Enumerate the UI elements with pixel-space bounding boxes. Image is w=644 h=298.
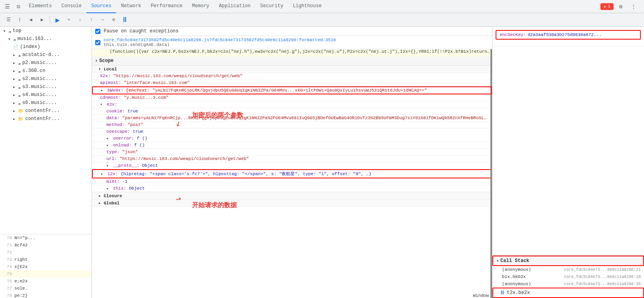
debug-toolbar: ☰ ⟩ ◀ ▶ ▶ ↷ ↓ ↑ → ⊘ ⏸ xyxy=(0,13,644,27)
call-stack-item-anonymous1[interactable]: (anonymous) core_fdc5c84e73...0e6c11a829… xyxy=(492,266,644,273)
scope-mi6t: mi6t: -1 xyxy=(92,178,492,185)
step-button[interactable]: → xyxy=(97,15,108,25)
scope-e2x-data: data: "params=yALNi7FqKnRCjp...RK%2FQgvj… xyxy=(92,115,492,122)
code-view[interactable]: (function(){var c2x=NEJ.P,bs2x=NEJ.F,bk2… xyxy=(92,49,492,298)
settings-icon[interactable]: ⚙ xyxy=(615,1,626,12)
scope-e2x-onload[interactable]: ▸ onload: f () xyxy=(92,142,492,149)
expand-icon[interactable]: ⟩ xyxy=(14,15,25,25)
file-tree-item-music163[interactable]: ▾ ☁ music.163... xyxy=(0,35,92,43)
right-scope-placeholder xyxy=(492,43,644,46)
devtools-tabbar: ☰ ⊡ Elements Console Sources Network Per… xyxy=(0,0,644,13)
tab-sources[interactable]: Sources xyxy=(86,0,116,13)
scope-section: ▾ Scope ▾ Local X2x: "https://music.163.… xyxy=(92,56,492,207)
triangle-e2x: ▾ xyxy=(100,102,102,107)
local-header[interactable]: ▾ Local xyxy=(92,66,492,73)
global-label: Global xyxy=(104,201,120,206)
call-stack-header[interactable]: ▾ Call Stack xyxy=(492,256,644,266)
code-line-70: 70 N=="p... xyxy=(0,234,92,242)
enc-sec-key-value: d2a3aaf530a3b275d9830a672... xyxy=(528,32,602,37)
next-frame-icon[interactable]: ▶ xyxy=(37,15,47,25)
scope-e2x-onerror[interactable]: ▸ onerror: f () xyxy=(92,135,492,142)
file-tree-item-contentfr1[interactable]: ▸ 📁 contentFr... xyxy=(0,107,92,115)
dock-icon[interactable]: ⊡ xyxy=(13,1,24,12)
breakpoint-row: core_fdc5c84e73173502fd5c40e6c11a8296.js… xyxy=(92,36,492,49)
file-tree: ▾ ☁ top ▾ ☁ music.163... 📄 (index) ▸ ☁ a… xyxy=(0,27,92,234)
breakpoint-checkbox[interactable] xyxy=(95,40,100,45)
pause-indicator-icon: ⏸ xyxy=(500,290,505,296)
triangle-bwv0x: ▸ xyxy=(101,88,103,93)
step-out-button[interactable]: ↑ xyxy=(86,15,96,25)
scope-bwv0x[interactable]: ▸ bWv0x: {encText: "yALNi7FqKnRCjpLRK/Qg… xyxy=(92,86,492,94)
code-line-78: 78 pe:2} xyxy=(0,292,92,298)
file-tree-item-s360[interactable]: ▸ ☁ s.360.cn xyxy=(0,67,92,75)
pause-on-exceptions-button[interactable]: ⏸ xyxy=(120,15,130,25)
scope-this[interactable]: ▸ this: Object xyxy=(92,185,492,192)
scope-cdnhost: cdnHost: "y.music...3.com" xyxy=(92,94,492,101)
folder-icon: ▸ ☁ xyxy=(13,84,21,90)
resume-button[interactable]: ▶ xyxy=(52,15,63,25)
closure-label: Closure xyxy=(104,194,122,198)
global-header[interactable]: ▸ Global xyxy=(92,200,492,207)
file-tree-item-top[interactable]: ▾ ☁ top xyxy=(0,27,92,35)
code-line-76: 76 e;e2x xyxy=(0,278,92,285)
pause-banner: Pause on caught exceptions xyxy=(92,27,492,36)
code-line-main1: (function(){var c2x=NEJ.P,bs2x=NEJ.F,bk2… xyxy=(92,49,492,56)
file-tree-item-s6music[interactable]: ▸ ☁ s6.music.... xyxy=(0,99,92,107)
scope-e2x[interactable]: ▾ e2x: xyxy=(92,101,492,108)
call-stack-section: ▾ Call Stack (anonymous) core_fdc5c84e73… xyxy=(492,255,644,298)
pause-caught-label: Pause on caught exceptions xyxy=(104,28,178,34)
file-tree-item-s4music[interactable]: ▸ ☁ s4.music.... xyxy=(0,91,92,99)
closure-header[interactable]: ▸ Closure xyxy=(92,192,492,200)
triangle-global: ▸ xyxy=(98,201,104,206)
folder-icon: ▸ ☁ xyxy=(13,52,21,58)
scope-title: Scope xyxy=(99,58,114,64)
breakpoint-file-label: core_fdc5c84e73173502fd5c40e6c11a8296.js… xyxy=(104,38,336,42)
file-tree-item-index[interactable]: 📄 (index) xyxy=(0,43,92,51)
call-stack-item-b1x[interactable]: b1x.bkD2x core_fdc5c84e73...0e6c11a8296:… xyxy=(492,273,644,280)
call-stack-title: Call Stack xyxy=(500,258,529,264)
more-options-icon[interactable]: ⋮ xyxy=(628,1,639,12)
tab-security[interactable]: Security xyxy=(256,0,288,13)
scope-e2x-type: type: "json" xyxy=(92,149,492,156)
call-stack-item-anonymous2[interactable]: (anonymous) core_fdc5c84e73...0e6c11a829… xyxy=(492,280,644,288)
triangle-proto: ▸ xyxy=(106,163,109,168)
scope-i2x[interactable]: ▸ i2x: {hlpretag: "<span class='s-fc7'>"… xyxy=(92,169,492,178)
code-line-74: 74 x[E2x xyxy=(0,263,92,270)
code-line-73: 73 right xyxy=(0,256,92,263)
file-tree-item-contentfr2[interactable]: ▸ 📁 contentFr... xyxy=(0,115,92,123)
window-label: Window xyxy=(473,293,489,298)
left-panel: ▾ ☁ top ▾ ☁ music.163... 📄 (index) ▸ ☁ a… xyxy=(0,27,92,298)
triangle-closure: ▸ xyxy=(98,194,104,198)
pause-caught-checkbox[interactable] xyxy=(95,29,100,34)
previous-frame-icon[interactable]: ◀ xyxy=(26,15,36,25)
step-over-button[interactable]: ↷ xyxy=(64,15,74,25)
scope-triangle: ▾ xyxy=(95,58,98,63)
tab-memory[interactable]: Memory xyxy=(187,0,214,13)
tab-elements[interactable]: Elements xyxy=(24,0,57,13)
scope-header[interactable]: ▾ Scope xyxy=(92,56,492,66)
triangle-this: ▸ xyxy=(106,186,109,191)
file-tree-item-s3music[interactable]: ▸ ☁ s3.music.... xyxy=(0,83,92,91)
toggle-panel-icon[interactable]: ☰ xyxy=(3,15,14,25)
scope-e2x-proto[interactable]: ▸ __proto__: Object xyxy=(92,162,492,169)
scope-e2x-method: method: "post" xyxy=(92,122,492,128)
code-line-72: 72 xyxy=(0,249,92,256)
error-badge[interactable]: ✕1 xyxy=(600,3,614,10)
tab-console[interactable]: Console xyxy=(57,0,86,13)
file-tree-item-acstatic[interactable]: ▸ ☁ acstatic-d... xyxy=(0,51,92,59)
tab-lighthouse[interactable]: Lighthouse xyxy=(288,0,326,13)
triangle-onload: ▸ xyxy=(106,143,109,148)
main-menu-icon[interactable]: ☰ xyxy=(2,1,13,12)
call-stack-item-t2x[interactable]: ⏸ t2x.be2x xyxy=(492,288,644,298)
tab-application[interactable]: Application xyxy=(214,0,255,13)
file-tree-item-s2music[interactable]: ▸ ☁ s2.music.... xyxy=(0,75,92,83)
step-into-button[interactable]: ↓ xyxy=(75,15,85,25)
folder-icon: ▾ ☁ xyxy=(8,36,16,42)
tab-network[interactable]: Network xyxy=(116,0,146,13)
deactivate-breakpoints-button[interactable]: ⊘ xyxy=(108,15,119,25)
file-tree-item-p2music[interactable]: ▸ ☁ p2.music.... xyxy=(0,59,92,67)
scope-e2x-url: url: "https://music.163.com/weapi/clouds… xyxy=(92,156,492,162)
folder-icon: ▸ ☁ xyxy=(13,92,21,98)
tab-performance[interactable]: Performance xyxy=(146,0,187,13)
folder-icon: ▾ ☁ xyxy=(3,28,11,34)
